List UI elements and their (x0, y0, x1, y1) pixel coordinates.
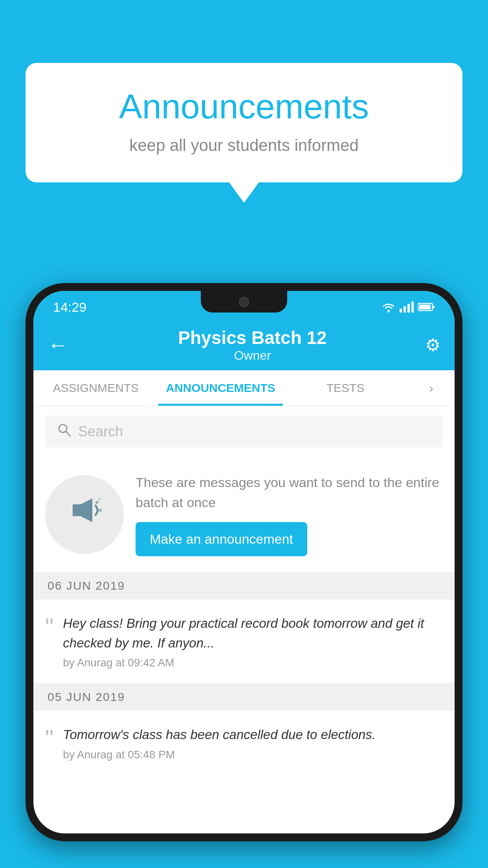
announcement-prompt-right: These are messages you want to send to t… (136, 473, 443, 556)
app-bar-title: Physics Batch 12 (80, 327, 425, 348)
announcement-prompt: These are messages you want to send to t… (33, 457, 455, 572)
message-meta-1: by Anurag at 09:42 AM (63, 657, 443, 669)
message-content-1: Hey class! Bring your practical record b… (63, 614, 443, 669)
tab-tests[interactable]: TESTS (283, 370, 408, 406)
app-bar-title-group: Physics Batch 12 Owner (80, 327, 425, 363)
search-container: Search (33, 406, 455, 457)
svg-line-9 (66, 432, 70, 436)
speech-bubble-container: Announcements keep all your students inf… (26, 63, 462, 182)
status-icons (382, 302, 435, 313)
back-button[interactable]: ← (48, 333, 68, 357)
app-bar: ← Physics Batch 12 Owner ⚙ (33, 319, 455, 370)
make-announcement-button[interactable]: Make an announcement (136, 522, 307, 556)
tab-announcements[interactable]: ANNOUNCEMENTS (158, 370, 283, 406)
tab-bar: ASSIGNMENTS ANNOUNCEMENTS TESTS › (33, 370, 455, 406)
phone-screen: 14:29 (33, 291, 455, 833)
megaphone-icon (65, 491, 104, 538)
quote-icon-2: " (45, 726, 53, 750)
phone-notch (201, 291, 287, 313)
phone-camera (239, 297, 249, 307)
message-text-2: Tomorrow's class has been cancelled due … (63, 725, 443, 745)
message-item-1[interactable]: " Hey class! Bring your practical record… (33, 600, 455, 683)
date-section-1: 06 JUN 2019 (33, 572, 455, 600)
date-section-2: 05 JUN 2019 (33, 683, 455, 711)
search-icon (57, 423, 71, 440)
svg-point-12 (98, 498, 101, 500)
svg-rect-3 (407, 304, 410, 313)
megaphone-circle (45, 475, 124, 554)
bubble-subtitle: keep all your students informed (57, 136, 431, 155)
svg-rect-1 (400, 309, 402, 313)
phone-wrapper: 14:29 (26, 283, 462, 868)
message-item-2[interactable]: " Tomorrow's class has been cancelled du… (33, 711, 455, 775)
svg-marker-10 (73, 498, 92, 522)
phone-outer: 14:29 (26, 283, 462, 841)
message-content-2: Tomorrow's class has been cancelled due … (63, 725, 443, 761)
svg-point-13 (99, 509, 102, 512)
svg-rect-6 (433, 306, 435, 308)
tab-more[interactable]: › (408, 370, 455, 406)
svg-point-0 (387, 310, 390, 312)
message-text-1: Hey class! Bring your practical record b… (63, 614, 443, 653)
battery-icon (418, 302, 435, 312)
quote-icon-1: " (45, 615, 53, 639)
app-bar-subtitle: Owner (80, 348, 425, 363)
speech-bubble: Announcements keep all your students inf… (26, 63, 462, 182)
settings-icon[interactable]: ⚙ (425, 335, 440, 355)
date-label-2: 05 JUN 2019 (48, 690, 125, 703)
wifi-icon (382, 302, 396, 313)
bubble-title: Announcements (57, 86, 431, 127)
signal-icon (400, 302, 414, 313)
announcement-prompt-text: These are messages you want to send to t… (136, 473, 443, 513)
svg-rect-2 (404, 306, 406, 313)
status-time: 14:29 (53, 300, 86, 315)
tab-assignments[interactable]: ASSIGNMENTS (33, 370, 158, 406)
search-bar[interactable]: Search (45, 416, 443, 447)
message-meta-2: by Anurag at 05:48 PM (63, 748, 443, 761)
svg-rect-4 (411, 302, 414, 313)
svg-point-11 (95, 501, 99, 504)
date-label-1: 06 JUN 2019 (48, 579, 125, 592)
svg-rect-7 (419, 305, 431, 309)
search-placeholder: Search (78, 423, 123, 440)
